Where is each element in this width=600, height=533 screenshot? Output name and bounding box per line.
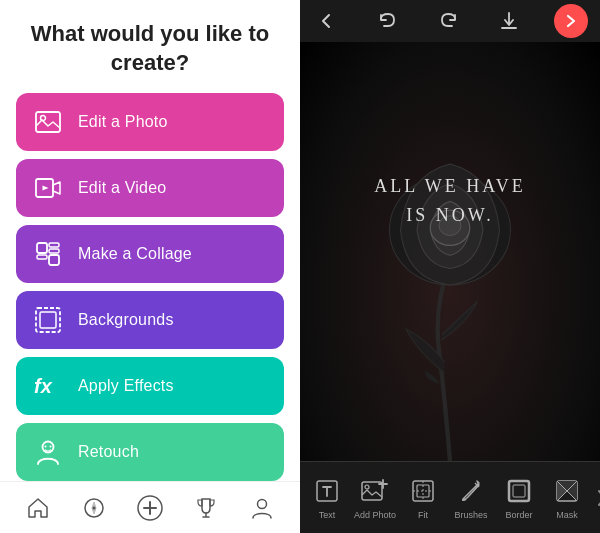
menu-item-edit-photo[interactable]: Edit a Photo bbox=[16, 93, 284, 151]
tool-fit[interactable]: Fit bbox=[400, 472, 446, 524]
svg-rect-6 bbox=[49, 249, 59, 253]
menu-item-effects[interactable]: fx Apply Effects bbox=[16, 357, 284, 415]
tool-add-photo[interactable]: Add Photo bbox=[352, 472, 398, 524]
menu-list: Edit a Photo Edit a Video bbox=[0, 93, 300, 481]
photo-overlay-text: ALL WE HAVE IS NOW. bbox=[374, 172, 526, 230]
backgrounds-icon bbox=[32, 304, 64, 336]
tool-brushes-icon bbox=[456, 476, 486, 506]
nav-compass[interactable] bbox=[80, 494, 108, 522]
menu-item-edit-video[interactable]: Edit a Video bbox=[16, 159, 284, 217]
svg-point-14 bbox=[50, 446, 52, 448]
svg-rect-29 bbox=[513, 485, 525, 497]
menu-item-collage[interactable]: Make a Collage bbox=[16, 225, 284, 283]
back-button[interactable] bbox=[312, 6, 342, 36]
tool-border-label: Border bbox=[505, 510, 532, 520]
svg-point-16 bbox=[93, 506, 96, 509]
tool-add-photo-icon bbox=[360, 476, 390, 506]
effects-icon: fx bbox=[32, 370, 64, 402]
tool-brushes-label: Brushes bbox=[454, 510, 487, 520]
tool-text-label: Text bbox=[319, 510, 336, 520]
bottom-nav bbox=[0, 481, 300, 533]
svg-rect-8 bbox=[49, 255, 59, 265]
right-panel: ALL WE HAVE IS NOW. Text bbox=[300, 0, 600, 533]
svg-point-27 bbox=[463, 498, 467, 501]
edit-photo-label: Edit a Photo bbox=[78, 113, 168, 131]
undo-button[interactable] bbox=[373, 6, 403, 36]
svg-point-24 bbox=[365, 485, 369, 489]
right-toolbar bbox=[300, 0, 600, 42]
rose-illustration bbox=[340, 87, 560, 461]
svg-rect-7 bbox=[37, 255, 47, 259]
menu-item-retouch[interactable]: Retouch bbox=[16, 423, 284, 481]
tool-border[interactable]: Border bbox=[496, 472, 542, 524]
nav-trophy[interactable] bbox=[192, 494, 220, 522]
tool-text-icon bbox=[312, 476, 342, 506]
main-heading: What would you like to create? bbox=[20, 20, 280, 77]
edit-video-label: Edit a Video bbox=[78, 179, 166, 197]
effects-label: Apply Effects bbox=[78, 377, 174, 395]
bottom-tools-bar: Text Add Photo bbox=[300, 461, 600, 533]
collage-icon bbox=[32, 238, 64, 270]
edit-photo-icon bbox=[32, 106, 64, 138]
tool-fit-label: Fit bbox=[418, 510, 428, 520]
tool-brushes[interactable]: Brushes bbox=[448, 472, 494, 524]
svg-rect-28 bbox=[509, 481, 529, 501]
retouch-icon bbox=[32, 436, 64, 468]
nav-home[interactable] bbox=[24, 494, 52, 522]
svg-rect-10 bbox=[40, 312, 56, 328]
tool-border-icon bbox=[504, 476, 534, 506]
tool-text[interactable]: Text bbox=[304, 472, 350, 524]
collage-label: Make a Collage bbox=[78, 245, 192, 263]
photo-text-line2: IS NOW. bbox=[374, 201, 526, 230]
edit-video-icon bbox=[32, 172, 64, 204]
svg-point-18 bbox=[258, 499, 267, 508]
photo-area: ALL WE HAVE IS NOW. bbox=[300, 42, 600, 461]
redo-button[interactable] bbox=[433, 6, 463, 36]
tool-mask[interactable]: Mask bbox=[544, 472, 590, 524]
nav-profile[interactable] bbox=[248, 494, 276, 522]
tool-add-photo-label: Add Photo bbox=[354, 510, 396, 520]
menu-item-backgrounds[interactable]: Backgrounds bbox=[16, 291, 284, 349]
svg-text:fx: fx bbox=[34, 375, 53, 397]
backgrounds-label: Backgrounds bbox=[78, 311, 174, 329]
left-panel: What would you like to create? Edit a Ph… bbox=[0, 0, 300, 533]
tools-scroll-right[interactable] bbox=[592, 488, 600, 508]
svg-rect-4 bbox=[37, 243, 47, 253]
header-area: What would you like to create? bbox=[0, 0, 300, 93]
next-button[interactable] bbox=[554, 4, 588, 38]
tool-mask-icon bbox=[552, 476, 582, 506]
nav-plus[interactable] bbox=[136, 494, 164, 522]
retouch-label: Retouch bbox=[78, 443, 139, 461]
tool-mask-label: Mask bbox=[556, 510, 578, 520]
svg-rect-5 bbox=[49, 243, 59, 247]
download-button[interactable] bbox=[494, 6, 524, 36]
svg-point-13 bbox=[45, 446, 47, 448]
photo-text-line1: ALL WE HAVE bbox=[374, 172, 526, 201]
tool-fit-icon bbox=[408, 476, 438, 506]
